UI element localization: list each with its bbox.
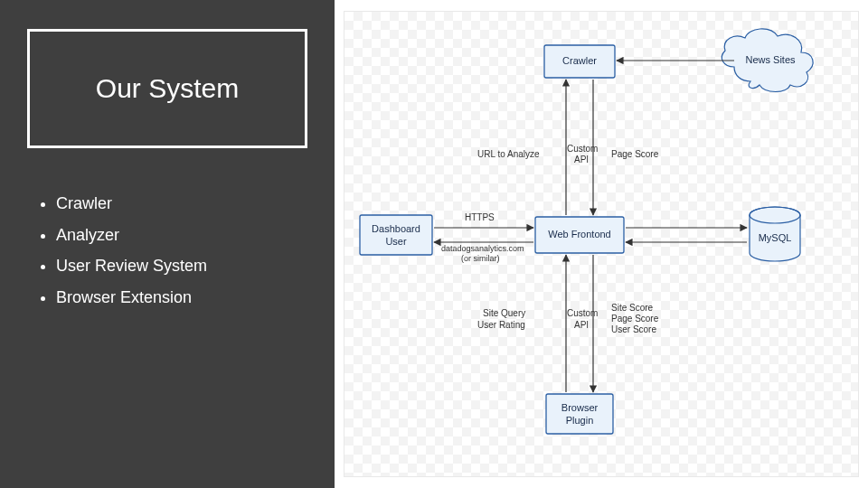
page-score2-label: Page Score — [611, 314, 659, 324]
web-frontend-node: Web Frontond — [535, 217, 624, 253]
news-sites-node: News Sites — [722, 29, 813, 92]
user-rating-label: User Rating — [477, 320, 525, 330]
diagram-panel: News Sites Crawler Web Frontond Dashboar… — [335, 0, 868, 488]
dashboard-label-2: User — [385, 236, 407, 247]
news-sites-label: News Sites — [745, 54, 796, 65]
architecture-diagram: News Sites Crawler Web Frontond Dashboar… — [344, 11, 859, 477]
dashboard-label-1: Dashboard — [372, 223, 420, 234]
list-item: Browser Extension — [56, 284, 207, 312]
page-score-label: Page Score — [611, 149, 659, 159]
left-panel: Our System Crawler Analyzer User Review … — [0, 0, 335, 488]
slide: Our System Crawler Analyzer User Review … — [0, 0, 868, 488]
crawler-label: Crawler — [562, 55, 597, 66]
list-item: User Review System — [56, 252, 207, 280]
site-score-label: Site Score — [611, 303, 654, 313]
custom-api-bot-2: API — [574, 320, 589, 330]
mysql-label: MySQL — [759, 232, 792, 243]
site-query-label: Site Query — [483, 308, 525, 318]
mysql-node: MySQL — [750, 207, 800, 261]
custom-api-top-1: Custom — [567, 144, 598, 154]
url-to-analyze-label: URL to Analyze — [477, 149, 540, 159]
custom-api-top-2: API — [574, 155, 589, 164]
custom-api-bot-1: Custom — [567, 308, 598, 318]
domain-label-1: datadogsanalytics.com — [441, 244, 524, 253]
list-item: Analyzer — [56, 221, 207, 249]
user-score-label: User Score — [611, 324, 656, 334]
bullet-list: Crawler Analyzer User Review System Brow… — [56, 190, 207, 314]
dashboard-user-node: Dashboard User — [360, 215, 432, 255]
crawler-node: Crawler — [544, 45, 615, 78]
title-box: Our System — [27, 29, 307, 148]
https-label: HTTPS — [465, 212, 495, 222]
slide-title: Our System — [96, 73, 239, 104]
browser-plugin-node: Browser Plugin — [546, 394, 613, 434]
domain-label-2: (or similar) — [461, 254, 500, 263]
browser-label-1: Browser — [561, 402, 599, 413]
browser-label-2: Plugin — [566, 415, 594, 426]
list-item: Crawler — [56, 190, 207, 218]
web-frontend-label: Web Frontond — [548, 229, 611, 239]
